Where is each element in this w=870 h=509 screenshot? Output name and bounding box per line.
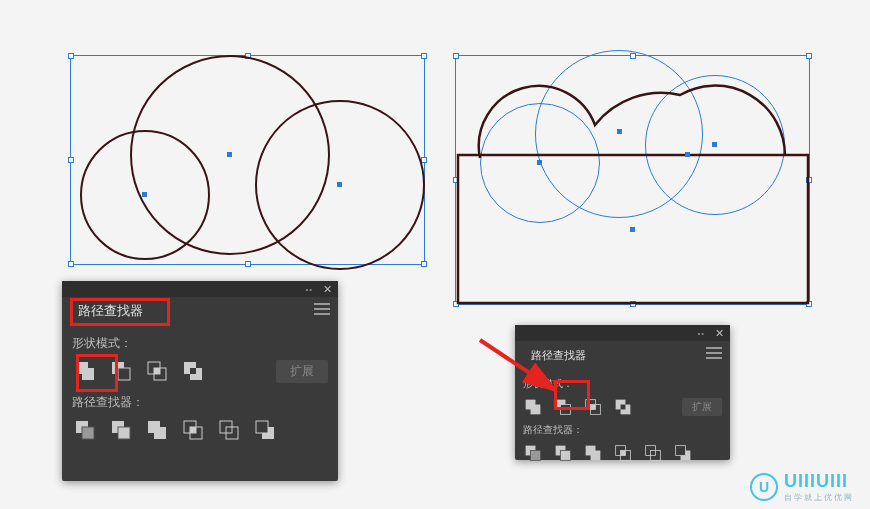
exclude-icon[interactable]	[180, 358, 206, 384]
shape-modes-label: 形状模式：	[523, 377, 722, 391]
watermark-brand: UIIIUIII	[784, 471, 854, 492]
pathfinders-label: 路径查找器：	[72, 394, 328, 411]
minus-back-icon[interactable]	[252, 417, 278, 443]
pathfinder-panel[interactable]: •• ✕ 路径查找器 形状模式： 扩展 路径查找器：	[62, 281, 338, 481]
exclude-icon[interactable]	[613, 397, 633, 417]
panel-tab-pathfinder[interactable]: 路径查找器	[70, 298, 151, 324]
canvas-right[interactable]	[455, 55, 815, 310]
panel-menu-icon[interactable]	[706, 347, 722, 359]
merge-icon[interactable]	[583, 443, 603, 463]
panel-tab-pathfinder[interactable]: 路径查找器	[523, 344, 594, 367]
trim-icon[interactable]	[553, 443, 573, 463]
crop-icon[interactable]	[180, 417, 206, 443]
shape-modes-label: 形状模式：	[72, 335, 328, 352]
crop-icon[interactable]	[613, 443, 633, 463]
drag-dots-icon: ••	[305, 285, 313, 294]
watermark-tagline: 自学就上优优网	[784, 492, 854, 503]
expand-button[interactable]: 扩展	[682, 398, 722, 416]
merge-icon[interactable]	[144, 417, 170, 443]
divide-icon[interactable]	[523, 443, 543, 463]
divide-icon[interactable]	[72, 417, 98, 443]
outline-icon[interactable]	[216, 417, 242, 443]
close-icon[interactable]: ✕	[715, 327, 724, 340]
panel-titlebar[interactable]: •• ✕	[62, 281, 338, 297]
pathfinders-label: 路径查找器：	[523, 423, 722, 437]
minus-front-icon[interactable]	[553, 397, 573, 417]
intersect-icon[interactable]	[583, 397, 603, 417]
pathfinder-panel-small[interactable]: •• ✕ 路径查找器 形状模式： 扩展 路径查找器：	[515, 325, 730, 460]
canvas-left[interactable]	[70, 55, 425, 280]
panel-titlebar[interactable]: •• ✕	[515, 325, 730, 341]
watermark: U UIIIUIII 自学就上优优网	[750, 471, 854, 503]
minus-front-icon[interactable]	[108, 358, 134, 384]
drag-dots-icon: ••	[697, 329, 705, 338]
minus-back-icon[interactable]	[673, 443, 693, 463]
panel-menu-icon[interactable]	[314, 303, 330, 315]
logo-icon: U	[750, 473, 778, 501]
intersect-icon[interactable]	[144, 358, 170, 384]
unite-icon[interactable]	[72, 358, 98, 384]
close-icon[interactable]: ✕	[323, 283, 332, 296]
expand-button[interactable]: 扩展	[276, 360, 328, 383]
outline-icon[interactable]	[643, 443, 663, 463]
trim-icon[interactable]	[108, 417, 134, 443]
unite-icon[interactable]	[523, 397, 543, 417]
